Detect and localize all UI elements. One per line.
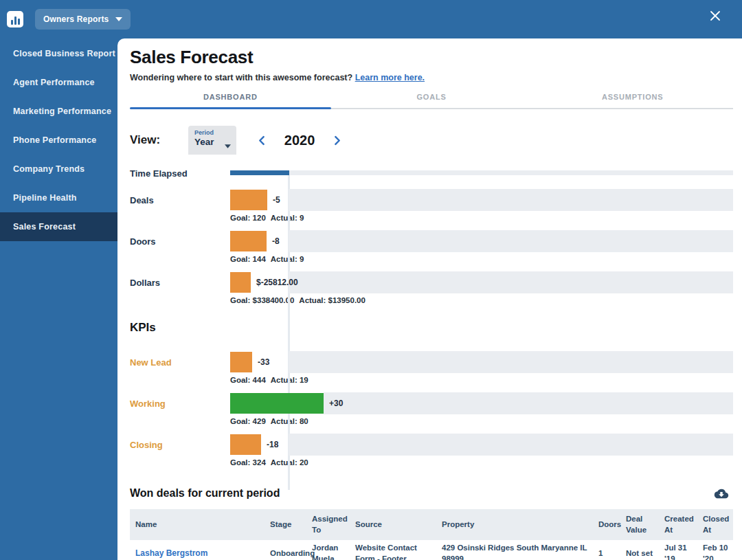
previous-year-button[interactable]: [256, 134, 269, 147]
download-button[interactable]: [714, 488, 729, 500]
won-deals-heading: Won deals for current period: [130, 487, 280, 500]
col-created-at: Created At: [659, 509, 697, 540]
time-elapsed-bar: [230, 170, 289, 175]
table-header-row: Name Stage Assigned To Source Property D…: [130, 509, 733, 540]
sidebar-item-agent-performance[interactable]: Agent Performance: [0, 68, 117, 97]
new-lead-track: [289, 351, 733, 373]
working-goal: Goal: 429: [230, 417, 266, 425]
cell-deal-value: Not set: [620, 540, 659, 560]
close-button[interactable]: [708, 10, 722, 23]
dollars-track: [289, 271, 733, 293]
forecast-progress-chart: Time Elapsed Deals -5 Goal: 120 Actual: …: [130, 167, 733, 467]
col-closed-at: Closed At: [697, 509, 733, 540]
closing-goal: Goal: 324: [230, 458, 266, 467]
dollars-actual: Actual: $13950.00: [299, 296, 366, 304]
view-row: View: Period Year 2020: [130, 126, 733, 155]
sidebar-item-phone-performance[interactable]: Phone Performance: [0, 126, 117, 155]
new-lead-delta: -33: [258, 351, 269, 373]
doors-goal: Goal: 144: [230, 255, 266, 263]
cell-assigned-to: Jordan Muela: [306, 540, 350, 560]
tab-bar: DASHBOARD GOALS ASSUMPTIONS: [130, 93, 733, 107]
won-deals-table: Name Stage Assigned To Source Property D…: [130, 509, 733, 560]
sidebar-item-sales-forecast[interactable]: Sales Forecast: [0, 212, 117, 241]
chevron-down-icon: [115, 17, 122, 21]
deal-name-link[interactable]: Lashay Bergstrom: [135, 548, 207, 558]
cell-property: 429 Osinski Ridges South Maryanne IL 989…: [436, 540, 593, 560]
col-doors: Doors: [593, 509, 620, 540]
tab-underline: [130, 107, 733, 109]
new-lead-goal-line: Goal: 444 Actual: 19: [230, 373, 733, 384]
dollars-delta: $-25812.00: [256, 271, 298, 293]
metric-label-doors: Doors: [130, 230, 230, 252]
learn-more-link[interactable]: Learn more here.: [355, 73, 425, 82]
dollars-bar: [230, 272, 251, 293]
year-label: 2020: [269, 133, 330, 148]
kpi-label-new-lead[interactable]: New Lead: [130, 351, 230, 373]
new-lead-bar: [230, 352, 252, 372]
close-icon: [710, 10, 721, 21]
metric-row-doors: Doors -8 Goal: 144 Actual: 9: [130, 230, 733, 263]
closing-delta: -18: [267, 434, 278, 456]
subtitle-text: Wondering where to start with this aweso…: [130, 73, 352, 82]
cell-closed-at: Feb 10 '20: [697, 540, 733, 560]
deals-bar: [230, 190, 267, 210]
doors-goal-line: Goal: 144 Actual: 9: [230, 252, 733, 263]
working-delta: +30: [329, 392, 343, 414]
metric-label-dollars: Dollars: [130, 271, 230, 293]
kpi-label-working[interactable]: Working: [130, 392, 230, 414]
tab-goals[interactable]: GOALS: [331, 93, 532, 107]
dollars-goal-line: Goal: $338400.00 Actual: $13950.00: [230, 293, 733, 304]
deals-goal: Goal: 120: [230, 214, 266, 222]
closing-bar: [230, 434, 261, 455]
new-lead-goal: Goal: 444: [230, 376, 266, 384]
col-name: Name: [130, 509, 265, 540]
sidebar-item-marketing-performance[interactable]: Marketing Performance: [0, 97, 117, 126]
dollars-goal: Goal: $338400.00: [230, 296, 294, 304]
metric-row-deals: Deals -5 Goal: 120 Actual: 9: [130, 189, 733, 222]
top-bar: Owners Reports: [0, 0, 742, 38]
table-row: Lashay Bergstrom Onboarding Jordan Muela…: [130, 540, 733, 560]
period-select-label: Period: [194, 129, 231, 136]
page-title: Sales Forecast: [130, 47, 733, 68]
main-panel: Sales Forecast Wondering where to start …: [117, 38, 742, 560]
working-track: [324, 392, 733, 414]
deals-delta: -5: [273, 189, 280, 211]
tab-assumptions[interactable]: ASSUMPTIONS: [532, 93, 733, 107]
working-bar: [230, 393, 324, 414]
tab-dashboard[interactable]: DASHBOARD: [130, 93, 331, 107]
sidebar: Closed Business Report Agent Performance…: [0, 38, 117, 560]
view-label: View:: [130, 133, 160, 147]
select-caret-icon: [225, 139, 231, 151]
time-elapsed-track: [230, 170, 733, 175]
sidebar-item-closed-business-report[interactable]: Closed Business Report: [0, 39, 117, 68]
cloud-download-icon: [714, 488, 729, 500]
time-elapsed-label: Time Elapsed: [130, 167, 230, 179]
sidebar-item-pipeline-health[interactable]: Pipeline Health: [0, 183, 117, 212]
won-deals-header: Won deals for current period: [130, 487, 733, 500]
doors-bar: [230, 231, 267, 251]
time-elapsed-row: Time Elapsed: [130, 167, 733, 179]
cell-created-at: Jul 31 '19: [659, 540, 697, 560]
closing-track: [289, 434, 733, 456]
owners-reports-label: Owners Reports: [43, 14, 109, 24]
chevron-right-icon: [332, 135, 342, 146]
cell-name: Lashay Bergstrom: [130, 540, 265, 560]
owners-reports-button[interactable]: Owners Reports: [35, 9, 131, 30]
year-navigation: 2020: [256, 133, 344, 148]
cell-source: Website Contact Form - Footer: [350, 540, 436, 560]
closing-goal-line: Goal: 324 Actual: 20: [230, 456, 733, 467]
col-deal-value: Deal Value: [620, 509, 659, 540]
col-property: Property: [436, 509, 593, 540]
next-year-button[interactable]: [330, 134, 344, 147]
sidebar-item-company-trends[interactable]: Company Trends: [0, 155, 117, 183]
chevron-left-icon: [257, 135, 267, 146]
period-select[interactable]: Period Year: [188, 126, 236, 155]
kpis-heading: KPIs: [130, 321, 733, 335]
deals-goal-line: Goal: 120 Actual: 9: [230, 211, 733, 222]
col-stage: Stage: [265, 509, 306, 540]
kpi-label-closing[interactable]: Closing: [130, 434, 230, 456]
doors-track: [289, 230, 733, 252]
working-goal-line: Goal: 429 Actual: 80: [230, 414, 733, 425]
kpi-row-working: Working +30 Goal: 429 Actual: 80: [130, 392, 733, 425]
metric-row-dollars: Dollars $-25812.00 Goal: $338400.00 Actu…: [130, 271, 733, 304]
